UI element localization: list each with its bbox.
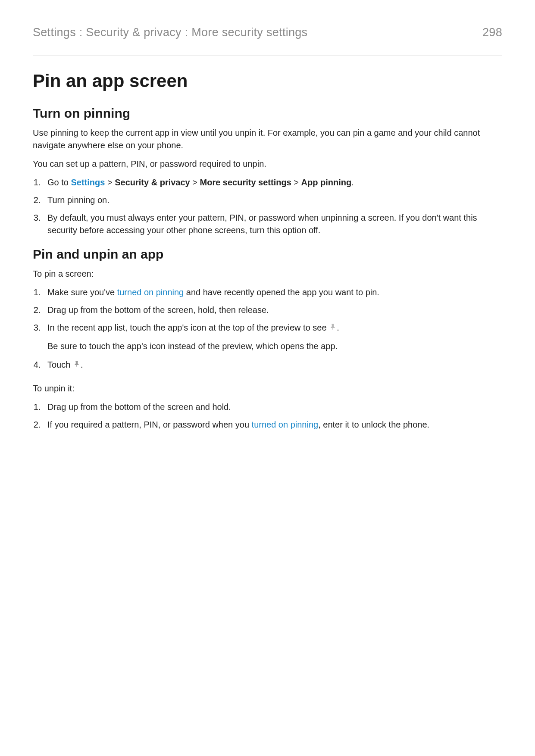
list-item: Turn pinning on. xyxy=(43,194,502,206)
turned-on-pinning-link[interactable]: turned on pinning xyxy=(252,420,319,429)
list-item: By default, you must always enter your p… xyxy=(43,212,502,237)
section-title-turn-on-pinning: Turn on pinning xyxy=(33,106,502,121)
sub-paragraph: Be sure to touch the app's icon instead … xyxy=(47,340,502,353)
section-title-pin-unpin: Pin and unpin an app xyxy=(33,247,502,262)
paragraph: You can set up a pattern, PIN, or passwo… xyxy=(33,158,502,170)
list-item: Go to Settings > Security & privacy > Mo… xyxy=(43,176,502,189)
nav-path-item: App pinning xyxy=(301,178,352,187)
list-item: Drag up from the bottom of the screen an… xyxy=(43,401,502,413)
header-divider xyxy=(33,56,502,56)
page-header: Settings : Security & privacy : More sec… xyxy=(33,26,502,39)
steps-unpin: Drag up from the bottom of the screen an… xyxy=(33,401,502,431)
breadcrumb: Settings : Security & privacy : More sec… xyxy=(33,26,307,39)
text: Go to xyxy=(47,178,71,187)
text: In the recent app list, touch the app's … xyxy=(47,323,329,332)
turned-on-pinning-link[interactable]: turned on pinning xyxy=(117,287,184,297)
breadcrumb-separator: > xyxy=(190,178,200,187)
pin-icon xyxy=(73,359,81,372)
settings-link[interactable]: Settings xyxy=(71,178,105,187)
paragraph: To pin a screen: xyxy=(33,268,502,280)
breadcrumb-separator: > xyxy=(291,178,301,187)
list-item: Drag up from the bottom of the screen, h… xyxy=(43,304,502,316)
list-item: In the recent app list, touch the app's … xyxy=(43,322,502,353)
pin-icon xyxy=(329,322,337,335)
text: If you required a pattern, PIN, or passw… xyxy=(47,420,252,429)
page-number: 298 xyxy=(482,26,502,39)
text: Make sure you've xyxy=(47,287,117,297)
page-title: Pin an app screen xyxy=(33,71,502,91)
text: . xyxy=(81,360,83,369)
list-item: Make sure you've turned on pinning and h… xyxy=(43,286,502,299)
text: , enter it to unlock the phone. xyxy=(318,420,429,429)
nav-path-item: Security & privacy xyxy=(115,178,190,187)
paragraph: To unpin it: xyxy=(33,382,502,395)
text: . xyxy=(337,323,339,332)
text: Touch xyxy=(47,360,73,369)
text: . xyxy=(351,178,354,187)
page-container: Settings : Security & privacy : More sec… xyxy=(0,0,535,431)
steps-turn-on-pinning: Go to Settings > Security & privacy > Mo… xyxy=(33,176,502,237)
steps-pin: Make sure you've turned on pinning and h… xyxy=(33,286,502,372)
text: and have recently opened the app you wan… xyxy=(184,287,379,297)
breadcrumb-separator: > xyxy=(105,178,115,187)
list-item: Touch . xyxy=(43,359,502,372)
list-item: If you required a pattern, PIN, or passw… xyxy=(43,419,502,431)
nav-path-item: More security settings xyxy=(200,178,291,187)
paragraph: Use pinning to keep the current app in v… xyxy=(33,127,502,152)
